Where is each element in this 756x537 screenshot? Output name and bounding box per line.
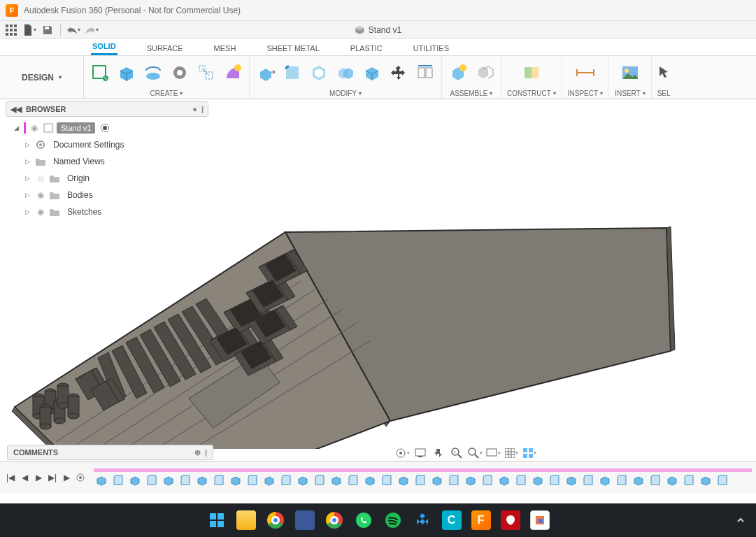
look-at-button[interactable] xyxy=(413,445,428,461)
browser-collapse-icon[interactable]: ◀◀ xyxy=(10,105,22,114)
measure-button[interactable] xyxy=(575,62,596,83)
visibility-icon[interactable]: ◉ xyxy=(35,190,46,200)
tree-item-named-views[interactable]: ▷ Named Views xyxy=(11,153,215,170)
viewports-button[interactable]: ▾ xyxy=(522,445,537,461)
zoom-window-button[interactable]: ▾ xyxy=(467,445,483,461)
tab-plastic[interactable]: PLASTIC xyxy=(349,41,384,55)
timeline-feature[interactable] xyxy=(362,473,378,488)
browser1-icon[interactable] xyxy=(266,510,285,530)
timeline-feature[interactable] xyxy=(211,473,227,488)
sketch-button[interactable] xyxy=(90,62,110,83)
app-blue-icon[interactable] xyxy=(413,510,432,530)
timeline-feature[interactable] xyxy=(547,473,562,488)
timeline-feature[interactable] xyxy=(631,473,646,488)
save-button[interactable] xyxy=(41,23,55,37)
add-comment-icon[interactable]: ⊕ xyxy=(194,448,201,457)
timeline-settings-button[interactable] xyxy=(74,471,87,484)
timeline-feature[interactable] xyxy=(396,473,411,488)
timeline-feature[interactable] xyxy=(429,473,445,488)
expand-icon[interactable]: ◢ xyxy=(14,124,21,131)
expand-icon[interactable]: ▷ xyxy=(25,208,32,215)
zoom-button[interactable]: + xyxy=(449,445,464,461)
timeline-feature[interactable] xyxy=(345,473,361,488)
comments-pin-icon[interactable]: | xyxy=(205,448,207,457)
combine-button[interactable] xyxy=(335,62,356,83)
assemble-label[interactable]: ASSEMBLE▾ xyxy=(450,87,493,99)
timeline-feature[interactable] xyxy=(262,473,277,488)
timeline-next-button[interactable]: ▶| xyxy=(46,471,59,484)
insert-label[interactable]: INSERT▾ xyxy=(615,87,646,99)
tree-item-sketches[interactable]: ▷ ◉ Sketches xyxy=(11,203,215,220)
browser-header[interactable]: ◀◀ BROWSER ● | xyxy=(6,101,208,117)
timeline-feature[interactable] xyxy=(480,473,495,488)
spotify-icon[interactable] xyxy=(383,510,403,530)
tab-mesh[interactable]: MESH xyxy=(213,41,238,55)
shell-button[interactable] xyxy=(308,62,329,83)
display-settings-button[interactable]: ▾ xyxy=(485,445,501,461)
tree-root[interactable]: ◢ ◉ Stand v1 xyxy=(11,120,215,136)
expand-icon[interactable]: ▷ xyxy=(25,158,32,165)
revolve-button[interactable] xyxy=(143,62,164,83)
pdf-icon[interactable] xyxy=(501,510,520,530)
select-label[interactable]: SEL xyxy=(657,87,671,99)
create-label[interactable]: CREATE▾ xyxy=(150,87,183,99)
tab-utilities[interactable]: UTILITIES xyxy=(412,41,450,55)
joint-button[interactable] xyxy=(474,62,495,83)
draft-button[interactable] xyxy=(362,62,383,83)
timeline-feature[interactable] xyxy=(144,473,159,488)
box-button[interactable] xyxy=(196,62,217,83)
expand-icon[interactable]: ▷ xyxy=(25,141,32,148)
visibility-icon[interactable]: ◉ xyxy=(29,123,40,133)
timeline-feature[interactable] xyxy=(681,473,697,488)
data-panel-button[interactable] xyxy=(4,23,18,37)
start-button[interactable] xyxy=(207,510,227,530)
tree-item-bodies[interactable]: ▷ ◉ Bodies xyxy=(11,187,215,203)
timeline-feature[interactable] xyxy=(648,473,663,488)
expand-icon[interactable]: ▷ xyxy=(25,192,32,199)
timeline-feature[interactable] xyxy=(379,473,394,488)
timeline-feature[interactable] xyxy=(329,473,344,488)
timeline-feature[interactable] xyxy=(597,473,613,488)
file-menu-button[interactable]: ▾ xyxy=(22,23,36,37)
visibility-icon[interactable]: ◎ xyxy=(35,173,46,183)
document-tab[interactable]: Stand v1 xyxy=(355,25,401,35)
tab-surface[interactable]: SURFACE xyxy=(145,41,185,55)
expand-icon[interactable]: ▷ xyxy=(25,175,32,182)
activate-radio[interactable] xyxy=(101,124,109,132)
tab-solid[interactable]: SOLID xyxy=(91,39,117,55)
timeline-feature[interactable] xyxy=(278,473,294,488)
timeline-feature[interactable] xyxy=(413,473,428,488)
tray-overflow-button[interactable] xyxy=(732,512,749,529)
pan-button[interactable] xyxy=(431,445,446,461)
insert-decal-button[interactable] xyxy=(620,62,641,83)
workspace-switcher[interactable]: DESIGN▾ xyxy=(0,56,84,99)
timeline-feature[interactable] xyxy=(178,473,193,488)
timeline-feature[interactable] xyxy=(127,473,143,488)
timeline-feature[interactable] xyxy=(161,473,176,488)
chrome-icon[interactable] xyxy=(324,510,344,530)
comments-panel[interactable]: COMMENTS ⊕| xyxy=(7,445,213,460)
create-form-button[interactable] xyxy=(222,62,243,83)
timeline-feature[interactable] xyxy=(463,473,478,488)
browser-pin-icon[interactable]: | xyxy=(201,105,204,113)
app-teal-icon[interactable]: C xyxy=(442,510,462,530)
fusion-icon[interactable]: F xyxy=(471,510,491,530)
app-misc-icon[interactable] xyxy=(530,510,550,530)
timeline-feature[interactable] xyxy=(110,473,126,488)
tree-item-origin[interactable]: ▷ ◎ Origin xyxy=(11,170,215,187)
orbit-button[interactable]: ▾ xyxy=(394,445,410,461)
inspect-label[interactable]: INSPECT▾ xyxy=(568,87,603,99)
construct-plane-button[interactable] xyxy=(521,62,542,83)
timeline-feature[interactable] xyxy=(295,473,311,488)
timeline-feature[interactable] xyxy=(312,473,327,488)
timeline-feature[interactable] xyxy=(94,473,109,488)
app-generic-icon[interactable] xyxy=(295,510,315,530)
redo-button[interactable]: ▾ xyxy=(85,23,99,37)
press-pull-button[interactable] xyxy=(255,62,276,83)
browser-options-icon[interactable]: ● xyxy=(192,105,197,113)
tab-sheet-metal[interactable]: SHEET METAL xyxy=(265,41,320,55)
sweep-button[interactable] xyxy=(169,62,190,83)
timeline-feature[interactable] xyxy=(194,473,210,488)
extrude-button[interactable] xyxy=(116,62,137,83)
select-button[interactable] xyxy=(657,62,670,83)
